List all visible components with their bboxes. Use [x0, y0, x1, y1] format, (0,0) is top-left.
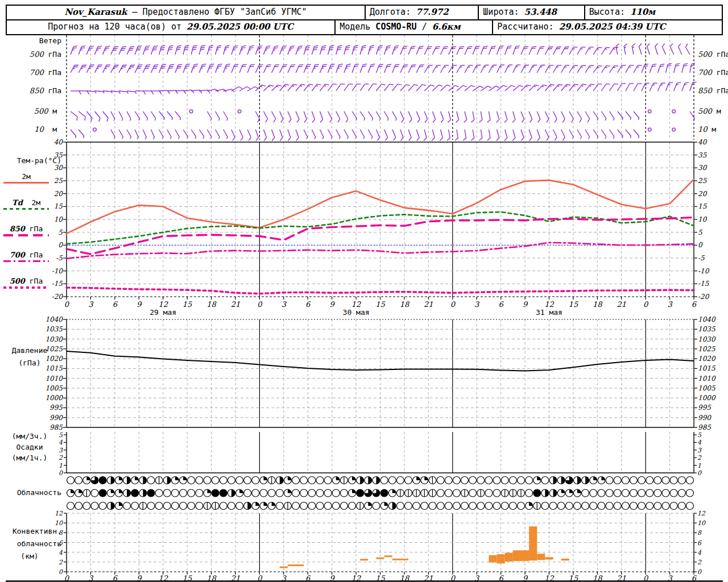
svg-text:29 мая: 29 мая	[150, 308, 176, 317]
svg-text:0: 0	[59, 469, 63, 477]
convective-bar	[280, 567, 288, 568]
svg-text:1015: 1015	[698, 364, 716, 372]
svg-text:40: 40	[54, 138, 64, 146]
svg-text:-10: -10	[52, 267, 64, 275]
svg-text:18: 18	[593, 300, 603, 309]
svg-text:18: 18	[400, 300, 410, 309]
svg-text:25: 25	[54, 177, 64, 185]
svg-text:3: 3	[474, 300, 480, 309]
svg-text:4: 4	[697, 549, 702, 556]
svg-text:1000: 1000	[45, 394, 63, 402]
cloud-row-3	[67, 502, 694, 510]
cloud-row-1	[67, 477, 694, 484]
svg-text:1020: 1020	[698, 355, 716, 363]
svg-text:20: 20	[698, 190, 708, 198]
svg-text:12: 12	[55, 510, 63, 517]
svg-text:21: 21	[617, 300, 626, 309]
svg-text:1005: 1005	[698, 384, 716, 392]
svg-text:31 мая: 31 мая	[536, 308, 562, 317]
svg-text:10: 10	[697, 519, 706, 527]
svg-text:-5: -5	[56, 254, 63, 262]
svg-text:20: 20	[54, 190, 64, 198]
svg-text:6: 6	[305, 300, 311, 309]
svg-text:40: 40	[698, 138, 708, 146]
wind-row-500м	[71, 110, 694, 122]
convective-bar	[513, 550, 529, 561]
svg-text:0: 0	[643, 300, 649, 309]
svg-text:3: 3	[59, 447, 63, 454]
svg-text:500 гПа: 500 гПа	[698, 50, 728, 59]
svg-text:1: 1	[59, 462, 63, 469]
svg-text:15: 15	[698, 202, 708, 210]
svg-text:8: 8	[59, 529, 63, 537]
svg-text:9: 9	[523, 300, 528, 309]
convective-bar	[489, 555, 497, 563]
meteogram-chart-canvas: 40403535303025252020151510105500-5-5-10-…	[0, 0, 728, 582]
svg-text:15: 15	[569, 300, 578, 309]
svg-text:30: 30	[54, 164, 64, 172]
convective-bar	[505, 553, 513, 562]
svg-text:25: 25	[698, 177, 708, 185]
svg-text:6: 6	[498, 300, 504, 309]
svg-text:1025: 1025	[45, 345, 63, 353]
svg-text:0: 0	[698, 241, 703, 249]
wind-level-labels-right: 500 гПа700 гПа850 гПа500 м10 м	[698, 50, 728, 134]
svg-text:985: 985	[698, 423, 712, 431]
svg-text:0: 0	[697, 469, 702, 477]
svg-text:2: 2	[697, 454, 702, 462]
svg-text:6: 6	[692, 300, 697, 309]
cloud-cover-rows	[67, 477, 694, 510]
wind-row-850гПа	[71, 82, 696, 94]
svg-text:1005: 1005	[45, 384, 63, 392]
wind-row-10м	[71, 128, 675, 140]
cloud-row-2	[67, 489, 694, 497]
svg-text:-15: -15	[698, 280, 710, 288]
svg-text:30: 30	[698, 164, 708, 172]
svg-text:4: 4	[697, 439, 702, 446]
svg-text:1015: 1015	[45, 364, 63, 372]
svg-text:1030: 1030	[45, 335, 63, 343]
pressure-panel: 1040104010351035103010301025102510201020…	[45, 315, 715, 431]
svg-text:12: 12	[544, 300, 554, 309]
svg-text:995: 995	[49, 404, 63, 411]
convective-bar	[537, 554, 545, 560]
svg-text:35: 35	[698, 151, 708, 159]
svg-text:10 м: 10 м	[698, 125, 716, 134]
convective-bar	[529, 526, 537, 560]
svg-text:990: 990	[698, 414, 712, 422]
svg-text:15: 15	[375, 300, 385, 309]
convective-bar	[288, 564, 304, 566]
svg-text:12: 12	[697, 510, 706, 517]
svg-text:-20: -20	[698, 293, 710, 301]
svg-text:2: 2	[59, 559, 63, 566]
svg-text:10: 10	[54, 215, 64, 223]
svg-text:5: 5	[59, 431, 63, 439]
svg-text:2: 2	[59, 454, 63, 462]
svg-text:5: 5	[58, 228, 63, 236]
svg-text:1: 1	[697, 462, 701, 469]
svg-text:0: 0	[697, 568, 702, 576]
svg-text:995: 995	[698, 404, 712, 411]
svg-text:-20: -20	[52, 293, 64, 301]
convective-bar	[376, 558, 384, 559]
svg-text:10: 10	[698, 215, 708, 223]
convective-bar	[384, 555, 392, 557]
svg-text:1030: 1030	[698, 335, 716, 343]
convective-bar	[497, 554, 505, 563]
svg-text:4: 4	[59, 549, 63, 556]
svg-text:1035: 1035	[698, 325, 716, 333]
svg-text:9: 9	[136, 300, 142, 309]
svg-text:8: 8	[697, 529, 702, 537]
svg-text:1020: 1020	[45, 355, 63, 363]
svg-text:1040: 1040	[698, 315, 716, 323]
svg-text:35: 35	[54, 151, 64, 159]
svg-text:4: 4	[59, 439, 63, 446]
convective-bar	[392, 559, 408, 560]
svg-text:0: 0	[450, 300, 456, 309]
svg-text:0: 0	[257, 300, 263, 309]
svg-text:5: 5	[698, 228, 703, 236]
svg-text:0: 0	[64, 300, 70, 309]
svg-text:15: 15	[183, 300, 192, 309]
svg-text:1010: 1010	[45, 375, 63, 383]
temperature-panel: 40403535303025252020151510105500-5-5-10-…	[52, 138, 710, 317]
